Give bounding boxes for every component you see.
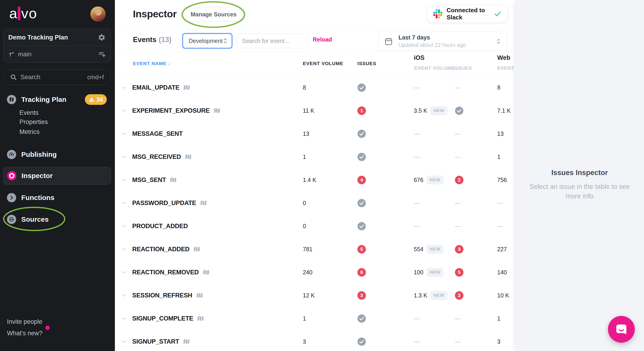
event-name-cell: REACTION_ADDED: [132, 238, 200, 261]
event-name: PRODUCT_ADDED: [132, 223, 188, 230]
add-branch-icon[interactable]: [98, 50, 106, 58]
web-event-volume: —: [497, 215, 503, 238]
chat-widget-button[interactable]: [608, 316, 635, 343]
check-circle-icon: [357, 222, 366, 230]
chevron-down-icon: [121, 269, 127, 275]
table-row[interactable]: PASSWORD_UPDATE 0 — NEW — —: [115, 191, 515, 215]
event-volume: 1: [303, 307, 306, 330]
ios-issues-status: 3: [455, 238, 464, 261]
row-expand-chevron[interactable]: [121, 307, 127, 330]
event-volume: 1.4 K: [303, 168, 316, 191]
sidebar-item-functions[interactable]: Functions: [7, 193, 54, 203]
web-event-volume: —: [497, 191, 503, 215]
error-count-badge: 6: [357, 268, 366, 277]
no-data-dash: —: [455, 200, 461, 206]
event-name-cell: PASSWORD_UPDATE: [132, 191, 207, 215]
sidebar-search[interactable]: Search cmd+f: [3, 69, 110, 85]
chevron-down-icon: [121, 131, 127, 137]
table-row[interactable]: SIGNUP_COMPLETE 1 — NEW — 1: [115, 307, 515, 330]
whats-new-link[interactable]: What's new?: [7, 330, 42, 337]
check-circle-icon: [357, 314, 366, 323]
event-name: SIGNUP_START: [132, 338, 179, 345]
ios-event-volume: — NEW: [414, 145, 420, 168]
table-row[interactable]: MESSAGE_SENT 13 — NEW — 13: [115, 122, 515, 145]
new-badge: NEW: [427, 176, 444, 184]
sidebar-item-inspector[interactable]: Inspector: [3, 167, 111, 185]
sidebar-item-properties[interactable]: Properties: [20, 118, 48, 125]
table-row[interactable]: MSG_SENT 1.4 K 4 676 NEW 2 756: [115, 168, 515, 191]
table-row[interactable]: EXPERIMENT_EXPOSURE 11 K 1 3.5 K NEW 7.1…: [115, 99, 515, 122]
column-ios-event-volume[interactable]: EVENT VOLUME: [414, 65, 455, 71]
invite-people-link[interactable]: Invite people: [7, 318, 42, 325]
table-row[interactable]: SESSION_REFRESH 12 K 3 1.3 K NEW 2 10 K: [115, 284, 515, 307]
event-name-cell: REACTION_REMOVED: [132, 261, 210, 284]
table-row[interactable]: MSG_RECEIVED 1 — NEW — 1: [115, 145, 515, 168]
events-count: (13): [159, 35, 172, 44]
plan-row[interactable]: Demo Tracking Plan: [4, 29, 111, 46]
events-heading: Events(13): [133, 35, 172, 44]
ios-event-volume: 1.3 K NEW: [414, 284, 447, 307]
reload-link[interactable]: Reload: [313, 36, 332, 43]
sidebar-item-metrics[interactable]: Metrics: [20, 128, 40, 135]
sidebar-item-label: Sources: [21, 215, 48, 223]
event-name: MESSAGE_SENT: [132, 130, 182, 137]
page-title: Inspector: [133, 8, 176, 20]
event-volume: 0: [303, 215, 306, 238]
row-expand-chevron[interactable]: [121, 284, 127, 307]
check-circle-icon: [357, 130, 366, 138]
column-event-volume[interactable]: EVENT VOLUME: [303, 61, 343, 66]
ios-event-volume: 554 NEW: [414, 238, 443, 261]
tracking-plan-map-icon: [200, 200, 207, 206]
event-name: EMAIL_UPDATE: [132, 84, 180, 91]
row-expand-chevron[interactable]: [121, 261, 127, 284]
chevron-down-icon: [121, 108, 127, 114]
manage-sources-button[interactable]: Manage Sources: [184, 7, 244, 21]
sidebar-item-events[interactable]: Events: [20, 109, 38, 116]
table-row[interactable]: REACTION_ADDED 781 5 554 NEW 3 227: [115, 238, 515, 261]
table-row[interactable]: SIGNUP_START 3 — NEW — 3: [115, 330, 515, 351]
sidebar-item-sources[interactable]: Sources: [7, 214, 48, 224]
chevron-down-icon: [121, 154, 127, 160]
no-data-dash: —: [455, 130, 461, 137]
row-expand-chevron[interactable]: [121, 99, 127, 122]
web-event-volume: 13: [497, 122, 504, 145]
web-event-volume: 10 K: [497, 284, 509, 307]
row-expand-chevron[interactable]: [121, 330, 127, 351]
user-avatar[interactable]: [90, 6, 106, 22]
row-expand-chevron[interactable]: [121, 238, 127, 261]
ios-issues-status: —: [455, 330, 461, 351]
sidebar-item-publishing[interactable]: Publishing: [7, 149, 57, 160]
slack-status-button[interactable]: Connected to Slack: [427, 5, 508, 23]
no-data-dash: —: [455, 154, 461, 160]
tracking-plan-map-icon: [196, 292, 203, 299]
new-badge: NEW: [430, 106, 447, 115]
tracking-plan-map-icon: [197, 315, 204, 322]
row-expand-chevron[interactable]: [121, 168, 127, 191]
row-expand-chevron[interactable]: [121, 191, 127, 215]
no-data-dash: —: [455, 223, 461, 230]
column-ios-issues[interactable]: ISSUES: [453, 65, 472, 71]
branch-row[interactable]: main: [4, 46, 111, 62]
table-row[interactable]: PRODUCT_ADDED 0 — NEW — —: [115, 215, 515, 238]
environment-select[interactable]: Development: [182, 33, 232, 48]
column-issues[interactable]: ISSUES: [357, 61, 376, 66]
gear-icon[interactable]: [98, 33, 106, 41]
table-row[interactable]: REACTION_REMOVED 240 6 100 NEW 5 140: [115, 261, 515, 284]
web-event-volume: 1: [497, 307, 500, 330]
cloud-upload-icon: [7, 150, 16, 159]
table-row[interactable]: EMAIL_UPDATE 8 — NEW — 8: [115, 76, 515, 99]
issues-inspector-subtitle: Select an issue in the table to see more…: [526, 182, 633, 201]
sidebar-item-tracking-plan[interactable]: Tracking Plan: [7, 94, 66, 105]
row-expand-chevron[interactable]: [121, 122, 127, 145]
date-range-select[interactable]: Last 7 days Updated about 22 hours ago: [378, 32, 507, 51]
check-icon: [494, 10, 502, 18]
row-expand-chevron[interactable]: [121, 76, 127, 99]
web-event-volume: 8: [497, 76, 500, 99]
column-event-name[interactable]: EVENT NAME ↓: [133, 61, 171, 66]
event-search-input[interactable]: Search for event...: [236, 34, 308, 48]
ios-event-volume: — NEW: [414, 215, 420, 238]
row-expand-chevron[interactable]: [121, 145, 127, 168]
chevron-down-icon: [121, 200, 127, 206]
row-expand-chevron[interactable]: [121, 215, 127, 238]
column-web-event-volume[interactable]: EVENT VOLUME: [497, 65, 515, 71]
